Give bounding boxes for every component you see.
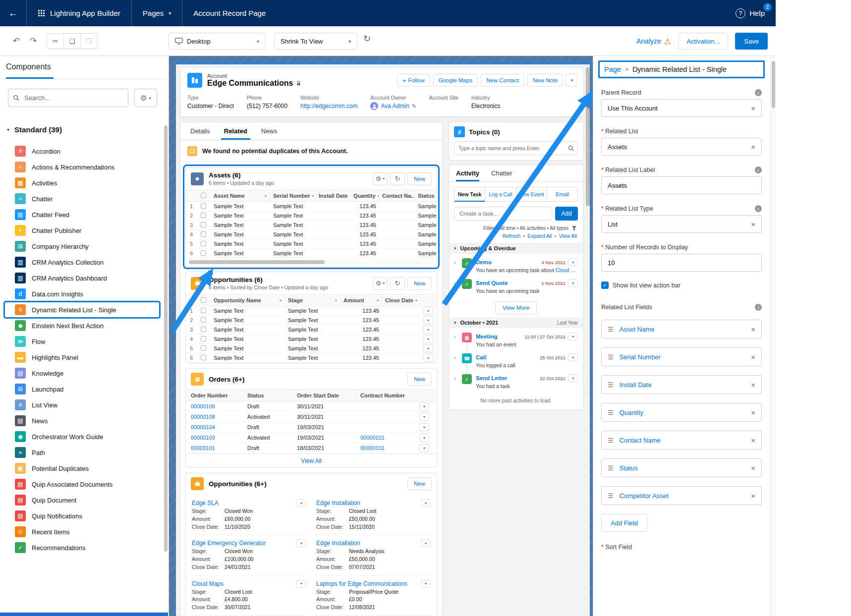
row-checkbox[interactable] xyxy=(198,345,211,352)
back-button[interactable]: ← xyxy=(0,0,27,26)
tab-details[interactable]: Details xyxy=(183,122,217,140)
sidebar-item-highlights-panel[interactable]: ▬Highlights Panel xyxy=(0,349,169,365)
sidebar-item-launchpad[interactable]: ⊞Launchpad xyxy=(0,381,169,397)
row-action-button[interactable]: ▾ xyxy=(421,499,431,507)
contract-number-link[interactable]: 00000101 xyxy=(360,445,385,451)
select-all-checkbox[interactable] xyxy=(198,297,211,304)
column-header-amount[interactable]: Amount▾ xyxy=(340,295,382,306)
column-header-close-date[interactable]: Close Date▾ xyxy=(382,295,420,306)
list-settings-button[interactable]: ⚙▾ xyxy=(373,277,388,290)
row-action-button[interactable]: ▾ xyxy=(423,316,433,324)
sidebar-item-crm-analytics-collection[interactable]: ▥CRM Analytics Collection xyxy=(0,254,169,270)
column-header-order-start-date[interactable]: Order Start Date xyxy=(294,390,357,401)
sidebar-item-accordion[interactable]: ≡Accordion xyxy=(0,143,169,159)
row-action-button[interactable]: ▾ xyxy=(423,326,433,334)
list-settings-button[interactable]: ⚙▾ xyxy=(373,172,388,185)
related-list-field-asset-name[interactable]: ☰Asset Name× xyxy=(601,320,762,338)
sidebar-item-list-view[interactable]: ≡List View xyxy=(0,397,169,413)
row-action-button[interactable]: ▾ xyxy=(419,423,429,431)
filter-icon[interactable] xyxy=(571,225,577,231)
new-opportunity-button[interactable]: New xyxy=(407,477,432,490)
row-checkbox[interactable] xyxy=(198,308,211,314)
canvas-refresh-button[interactable]: ↻ xyxy=(363,33,371,44)
row-action-button[interactable]: ▾ xyxy=(421,580,431,588)
sidebar-item-chatter-feed[interactable]: ▤Chatter Feed xyxy=(0,207,169,223)
sidebar-item-orchestrator-work-guide[interactable]: ◉Orchestrator Work Guide xyxy=(0,429,169,445)
related-list-field-competitor-asset[interactable]: ☰Competitor Asset× xyxy=(601,486,762,505)
info-icon[interactable]: i xyxy=(755,304,762,311)
refresh-list-button[interactable]: ↻ xyxy=(390,172,405,185)
row-action-button[interactable]: ▾ xyxy=(296,539,306,547)
row-action-button[interactable]: ▾ xyxy=(296,499,306,507)
breadcrumb-page-link[interactable]: Page xyxy=(604,65,621,73)
analyze-link[interactable]: Analyze⚠ xyxy=(636,37,671,46)
subtab-new-task[interactable]: New Task xyxy=(454,187,485,202)
activity-title[interactable]: Demo xyxy=(476,259,492,265)
row-checkbox[interactable] xyxy=(198,317,211,324)
sidebar-item-crm-analytics-dashboard[interactable]: ▥CRM Analytics Dashboard xyxy=(0,270,169,286)
order-number-link[interactable]: 00000109 xyxy=(191,403,215,409)
clear-icon[interactable]: × xyxy=(751,104,755,112)
sidebar-item-path[interactable]: »Path xyxy=(0,445,169,460)
order-number-link[interactable]: 00000104 xyxy=(191,424,215,430)
redo-button[interactable]: ↷ xyxy=(25,33,42,49)
row-checkbox[interactable] xyxy=(198,241,211,247)
row-action-button[interactable]: ▾ xyxy=(423,335,433,343)
sidebar-item-activities[interactable]: ▦Activities xyxy=(0,175,169,191)
topic-search-input[interactable] xyxy=(454,141,578,155)
related-list-field-install-date[interactable]: ☰Install Date× xyxy=(601,375,762,394)
column-header-install-date[interactable]: Install Date▾ xyxy=(316,190,350,201)
activity-link-expand-all[interactable]: Expand All xyxy=(527,233,552,239)
remove-icon[interactable]: × xyxy=(751,353,755,361)
row-action-button[interactable]: ▾ xyxy=(419,413,429,421)
owner-link[interactable]: Ava Admin xyxy=(381,103,409,110)
contract-number-link[interactable]: 00000101 xyxy=(360,435,385,441)
tab-activity[interactable]: Activity xyxy=(456,165,479,181)
order-number-link[interactable]: 00000108 xyxy=(191,414,215,420)
row-action-button[interactable]: ▾ xyxy=(423,354,433,362)
preview-scrollbar[interactable] xyxy=(586,67,590,206)
new-opportunity-button[interactable]: New xyxy=(407,277,432,290)
activity-link-view-all[interactable]: View All xyxy=(559,233,577,239)
row-action-button[interactable]: ▾ xyxy=(421,539,431,547)
action-button-new-contact[interactable]: New Contact xyxy=(481,74,524,87)
standard-section-header[interactable]: ▾ Standard (39) xyxy=(7,125,62,134)
info-icon[interactable]: i xyxy=(755,89,762,96)
cut-button[interactable]: ✂ xyxy=(47,33,64,49)
sidebar-item-news[interactable]: ▤News xyxy=(0,413,169,429)
paste-button[interactable]: ❒ xyxy=(80,33,98,49)
row-action-button[interactable]: ▾ xyxy=(568,279,578,287)
view-all-link[interactable]: View All xyxy=(301,457,322,464)
row-action-button[interactable]: ▾ xyxy=(419,434,429,442)
sidebar-item-dynamic-related-list-single[interactable]: ≡Dynamic Related List - Single xyxy=(0,302,169,318)
opportunity-link[interactable]: Edge Emergency Generator xyxy=(192,540,266,547)
records-to-display-input[interactable] xyxy=(601,254,762,272)
remove-icon[interactable]: × xyxy=(751,492,755,500)
action-button-new-note[interactable]: New Note xyxy=(527,74,564,87)
row-checkbox[interactable] xyxy=(198,231,211,238)
sidebar-item-quip-document[interactable]: ▤Quip Document xyxy=(0,492,169,508)
sidebar-item-actions-recommendations[interactable]: ✓Actions & Recommendations xyxy=(0,159,169,175)
sidebar-item-recent-items[interactable]: ⊙Recent Items xyxy=(0,524,169,540)
column-header-contract-number[interactable]: Contract Number xyxy=(357,390,416,401)
row-action-button[interactable]: ▾ xyxy=(419,402,429,410)
related-list-type-select[interactable]: List × xyxy=(601,215,762,233)
opportunity-link[interactable]: Cloud Maps xyxy=(192,580,224,587)
field-link[interactable]: http://edgecomm.com xyxy=(300,103,357,110)
view-mode-select[interactable]: Shrink To View ▾ xyxy=(274,33,357,50)
row-checkbox[interactable] xyxy=(198,336,211,342)
opportunity-link[interactable]: Edge SLA xyxy=(192,500,219,506)
chevron-right-icon[interactable]: › xyxy=(454,353,458,368)
row-checkbox[interactable] xyxy=(198,250,211,257)
sidebar-item-quip-notifications[interactable]: ▤Quip Notifications xyxy=(0,508,169,524)
subtab-email[interactable]: Email xyxy=(547,187,578,202)
column-header-opportunity-name[interactable]: Opportunity Name▾ xyxy=(211,295,285,306)
row-action-button[interactable]: ▾ xyxy=(568,333,578,340)
more-actions-button[interactable]: ▾ xyxy=(566,74,577,87)
parent-record-select[interactable]: Use This Account × xyxy=(601,99,762,117)
horizontal-scrollbar[interactable] xyxy=(188,260,435,265)
related-list-field-serial-number[interactable]: ☰Serial Number× xyxy=(601,347,762,366)
chevron-right-icon[interactable]: › xyxy=(454,333,458,347)
row-checkbox[interactable] xyxy=(198,355,211,361)
drag-handle-icon[interactable]: ☰ xyxy=(608,326,614,333)
